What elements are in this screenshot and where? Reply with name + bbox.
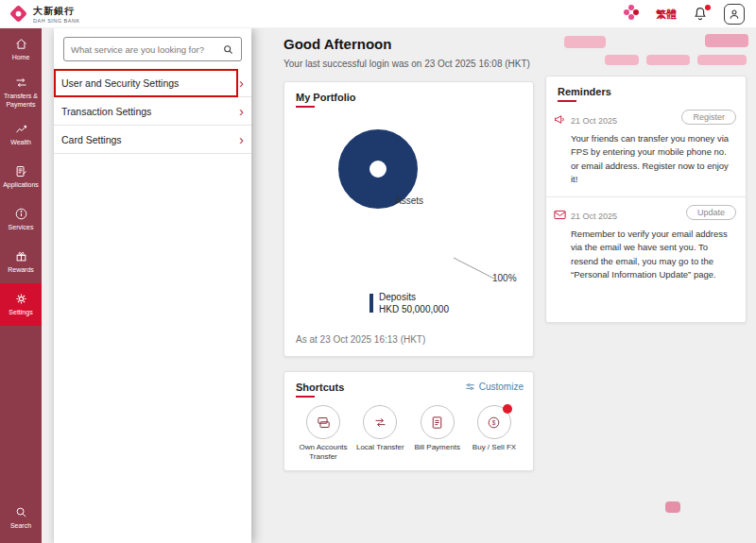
sidebar-item-settings[interactable]: Settings [0,283,42,326]
megaphone-icon [553,112,567,130]
redacted-text [646,55,690,65]
rewards-gift-icon [14,249,28,263]
donut-center-label: Assets [338,129,480,271]
reminder-text: Your friends can transfer you money via … [571,132,734,186]
assets-donut-chart: Assets [338,129,480,271]
chart-legend: Deposits HKD 50,000,000 [369,292,449,314]
sidebar-item-applications[interactable]: Applications [0,156,42,198]
service-search-input[interactable] [71,44,222,55]
shortcut-label: Buy / Sell FX [472,443,516,452]
sidebar-item-wealth[interactable]: Wealth [0,113,42,156]
greeting-heading: Good Afternoon [284,36,391,52]
menu-item-label: Card Settings [61,134,122,145]
menu-item-user-security-settings[interactable]: User and Security Settings › [54,69,251,97]
envelope-icon [553,208,567,226]
sliders-icon [465,382,475,392]
as-at-timestamp: As at 23 Oct 2025 16:13 (HKT) [296,334,425,345]
legend-name: Deposits [379,292,449,302]
customize-button[interactable]: Customize [465,382,524,392]
bank-name-zh: 大新銀行 [33,5,80,18]
shortcut-own-accounts-transfer[interactable]: Own Accounts Transfer [296,405,351,461]
sidebar-item-rewards[interactable]: Rewards [0,241,42,283]
search-icon[interactable] [222,43,234,56]
sidebar-item-label: Transfers & Payments [1,93,41,110]
redacted-text [564,36,606,48]
percent-label: 100% [492,273,517,283]
sidebar-item-label: Home [12,54,30,62]
bank-name: 大新銀行 DAH SING BANK [33,5,80,24]
own-accounts-icon [306,405,340,439]
reminders-card: Reminders 21 Oct 2025 Register Your frie… [545,76,747,323]
portfolio-title: My Portfolio [284,82,533,103]
svg-text:$: $ [492,418,496,425]
chevron-right-icon: › [239,132,244,146]
customize-label: Customize [479,382,524,392]
sidebar-item-services[interactable]: Services [0,198,42,241]
applications-form-icon [14,164,28,178]
shortcuts-row: Own Accounts Transfer Local Transfer [284,398,533,461]
menu-item-label: Transaction Settings [61,106,151,117]
chevron-right-icon: › [239,104,244,118]
shortcut-local-transfer[interactable]: Local Transfer [352,405,407,461]
reminder-item-fps: 21 Oct 2025 Register Your friends can tr… [546,102,746,196]
top-header: 大新銀行 DAH SING BANK 繁體 [0,0,756,28]
sidebar-item-label: Settings [9,309,32,317]
redacted-text [665,501,680,513]
legend-value: HKD 50,000,000 [379,304,449,314]
my-portfolio-card: My Portfolio Assets 100% Deposits HKD 50… [284,81,534,357]
shortcut-label: Bill Payments [414,443,459,452]
sidebar-item-search[interactable]: Search [0,497,42,539]
local-transfer-icon [363,405,397,439]
bank-logo[interactable]: 大新銀行 DAH SING BANK [8,3,80,25]
fx-icon: $ [477,405,511,439]
menu-item-label: User and Security Settings [61,77,179,89]
language-toggle[interactable]: 繁體 [656,8,677,22]
reminder-date: 21 Oct 2025 [571,212,617,221]
shortcut-label: Own Accounts Transfer [296,443,351,461]
shortcuts-card: Shortcuts Customize Own Accounts Transfe… [284,371,534,471]
sidebar-item-transfers-payments[interactable]: Transfers & Payments [0,71,42,113]
sidebar-item-label: Wealth [10,139,31,147]
home-icon [14,37,28,51]
chevron-right-icon: › [239,76,244,90]
bill-payments-icon [421,405,455,439]
reminder-item-email: 21 Oct 2025 Update Remember to verify yo… [546,196,746,292]
fx-notification-badge [503,404,512,414]
menu-item-card-settings[interactable]: Card Settings › [54,126,251,154]
header-actions: 繁體 [622,0,745,28]
redacted-text [705,34,748,47]
sidebar-item-label: Search [10,522,31,531]
bank-logo-icon [8,3,29,25]
service-search-box [63,37,242,61]
transfers-icon [14,76,28,90]
search-icon [14,505,28,519]
reminders-title: Reminders [546,76,746,97]
sidebar-item-label: Applications [3,181,39,190]
bank-name-en: DAH SING BANK [33,18,80,24]
redacted-text [697,55,747,65]
last-login-text: Your last successful login was on 23 Oct… [284,59,530,69]
sidebar-nav: Home Transfers & Payments Wealth Applica… [0,28,42,543]
shortcut-label: Local Transfer [356,443,404,452]
shortcut-buy-sell-fx[interactable]: $ Buy / Sell FX [467,405,522,461]
rewards-flower-icon[interactable] [622,3,641,25]
settings-gear-icon [14,292,28,306]
shortcut-bill-payments[interactable]: Bill Payments [410,405,465,461]
profile-icon[interactable] [724,4,745,25]
legend-marker [369,294,373,313]
sidebar-item-label: Rewards [8,266,34,275]
online-banking-screen: 大新銀行 DAH SING BANK 繁體 [0,0,756,543]
title-accent [296,106,315,108]
notification-dot [705,5,711,10]
services-info-icon [14,207,28,221]
wealth-chart-icon [14,122,28,136]
notifications-bell-icon[interactable] [692,6,709,23]
reminder-date: 21 Oct 2025 [571,116,617,126]
menu-item-transaction-settings[interactable]: Transaction Settings › [54,97,251,126]
update-button[interactable]: Update [686,205,736,220]
settings-flyout-menu: User and Security Settings › Transaction… [54,28,251,543]
register-button[interactable]: Register [681,110,736,125]
redacted-text [605,55,639,65]
sidebar-item-home[interactable]: Home [0,28,42,71]
leader-line [453,257,496,281]
